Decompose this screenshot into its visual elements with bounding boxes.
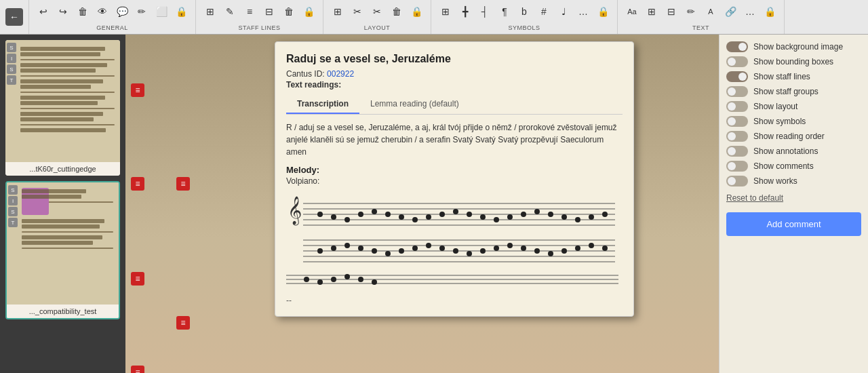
sym-plus-button[interactable]: ╋ <box>456 3 474 20</box>
toolbar-section-text: Aa ⊞ ⊟ ✏ A 🔗 … 🔒 Text <box>618 0 785 34</box>
red-marker-5[interactable] <box>131 366 144 373</box>
text-aa-button[interactable]: Aa <box>623 3 641 20</box>
text-link-button[interactable]: 🔗 <box>722 3 739 20</box>
svg-point-13 <box>412 217 418 222</box>
sl-add-button[interactable]: ⊞ <box>201 3 219 20</box>
svg-point-36 <box>358 246 363 251</box>
svg-point-9 <box>358 212 363 217</box>
text-section-label: Text <box>692 24 709 31</box>
cantus-id-link[interactable]: 002922 <box>327 69 354 79</box>
thumbnail-label-1: ...tK60r_cuttingedge <box>5 162 120 176</box>
red-marker-1[interactable] <box>131 83 144 97</box>
thumbnail-item-1[interactable]: S I S T <box>5 40 120 176</box>
undo-button[interactable]: ↩ <box>35 3 52 20</box>
popup-body-text: R / aduj se a vesel se, Jeruzaléme, a aj… <box>286 121 623 158</box>
toggle-symbols[interactable] <box>726 116 748 127</box>
layout-add-button[interactable]: ⊞ <box>329 3 347 20</box>
tab-transcription[interactable]: Transcription <box>286 95 359 114</box>
back-button[interactable]: ← <box>5 8 23 26</box>
toggle-label-7: Show annotations <box>753 146 818 156</box>
info-popup: Raduj se a vesel se, Jeruzaléme Cantus I… <box>275 41 634 317</box>
toggle-background-image[interactable] <box>726 41 748 52</box>
sym-para-button[interactable]: ¶ <box>496 3 513 20</box>
layout-section-label: Layout <box>364 24 390 31</box>
layout-delete-button[interactable]: 🗑 <box>388 3 406 20</box>
reset-to-default-button[interactable]: Reset to default <box>726 193 861 203</box>
sym-more-button[interactable]: … <box>574 3 592 20</box>
layout-lock-button[interactable]: 🔒 <box>408 3 425 20</box>
toolbar: ← ↩ ↪ 🗑 👁 💬 ✏ ⬜ 🔒 General ⊞ ✎ ≡ ⊟ 🗑 🔒 St… <box>0 0 868 35</box>
text-lock-button[interactable]: 🔒 <box>761 3 778 20</box>
thumb-icon-s4: S <box>8 207 18 216</box>
redo-button[interactable]: ↪ <box>54 3 72 20</box>
red-marker-4[interactable] <box>176 316 190 330</box>
red-marker-circle[interactable] <box>176 177 190 191</box>
text-format-button[interactable]: A <box>702 3 719 20</box>
popup-volpiano-label: Volpiano: <box>286 176 623 186</box>
thumbnail-item-2[interactable]: S I S T . <box>5 181 120 319</box>
toggle-reading-order[interactable] <box>726 131 748 142</box>
sl-lines-button[interactable]: ≡ <box>241 3 258 20</box>
svg-point-21 <box>521 212 526 217</box>
svg-point-63 <box>372 279 377 285</box>
layout-cut2-button[interactable]: ✂ <box>368 3 386 20</box>
edit-button[interactable]: ✏ <box>133 3 151 20</box>
svg-point-11 <box>385 212 391 217</box>
cantus-label: Cantus ID: <box>286 69 325 79</box>
svg-point-12 <box>399 214 404 220</box>
red-marker-3[interactable] <box>131 272 144 286</box>
text-edit-button[interactable]: ✏ <box>682 3 700 20</box>
sl-delete-button[interactable]: 🗑 <box>280 3 298 20</box>
content-area: Raduj se a vesel se, Jeruzaléme Cantus I… <box>125 35 719 373</box>
toggle-works[interactable] <box>726 176 748 186</box>
red-marker-2[interactable] <box>131 177 144 191</box>
sl-lock-button[interactable]: 🔒 <box>300 3 317 20</box>
toggle-staff-groups[interactable] <box>726 86 748 97</box>
toggle-annotations[interactable] <box>726 146 748 157</box>
text-more-button[interactable]: … <box>741 3 759 20</box>
delete-button[interactable]: 🗑 <box>74 3 92 20</box>
toggle-bounding-boxes[interactable] <box>726 56 748 67</box>
toggle-row-2: Show staff lines <box>726 71 861 82</box>
toggle-row-9: Show works <box>726 176 861 186</box>
lock-button[interactable]: 🔒 <box>172 3 190 20</box>
layout-cut1-button[interactable]: ✂ <box>349 3 366 20</box>
svg-point-33 <box>317 248 323 254</box>
svg-text:𝄞: 𝄞 <box>288 196 302 226</box>
right-panel: Show background image Show bounding boxe… <box>719 35 868 373</box>
sym-lock-button[interactable]: 🔒 <box>594 3 612 20</box>
svg-point-40 <box>412 246 418 251</box>
sym-note-button[interactable]: ♩ <box>555 3 572 20</box>
sym-b-button[interactable]: b <box>515 3 533 20</box>
thumb-icon-s1: S <box>7 43 16 52</box>
tab-lemma-reading[interactable]: Lemma reading (default) <box>359 95 470 114</box>
rect-button[interactable]: ⬜ <box>153 3 170 20</box>
thumbnail-image-2: S I S T <box>7 182 119 305</box>
stafflines-section-label: Staff Lines <box>239 24 281 31</box>
sl-remove-button[interactable]: ⊟ <box>260 3 278 20</box>
view-button[interactable]: 👁 <box>94 3 111 20</box>
svg-point-26 <box>589 214 594 220</box>
main-area: S I S T <box>0 35 868 373</box>
toggle-label-0: Show background image <box>753 42 843 52</box>
toggle-layout[interactable] <box>726 101 748 112</box>
text-add-button[interactable]: ⊞ <box>643 3 660 20</box>
sym-bar-button[interactable]: ┤ <box>476 3 494 20</box>
sym-add-button[interactable]: ⊞ <box>437 3 454 20</box>
svg-point-60 <box>331 277 336 282</box>
sl-edit-button[interactable]: ✎ <box>221 3 239 20</box>
svg-point-62 <box>358 277 363 282</box>
popup-cantus: Cantus ID: 002922 <box>286 69 623 79</box>
svg-point-45 <box>480 248 486 254</box>
toggle-comments[interactable] <box>726 161 748 172</box>
toggle-staff-lines[interactable] <box>726 71 748 82</box>
svg-point-18 <box>480 214 486 220</box>
text-remove-button[interactable]: ⊟ <box>663 3 680 20</box>
add-comment-button[interactable]: Add comment <box>726 212 861 236</box>
svg-point-39 <box>399 248 404 254</box>
svg-point-50 <box>548 251 553 256</box>
sym-sharp-button[interactable]: # <box>535 3 553 20</box>
toggle-row-7: Show annotations <box>726 146 861 157</box>
comment-button[interactable]: 💬 <box>113 3 131 20</box>
toolbar-section-layout: ⊞ ✂ ✂ 🗑 🔒 Layout <box>323 0 431 34</box>
